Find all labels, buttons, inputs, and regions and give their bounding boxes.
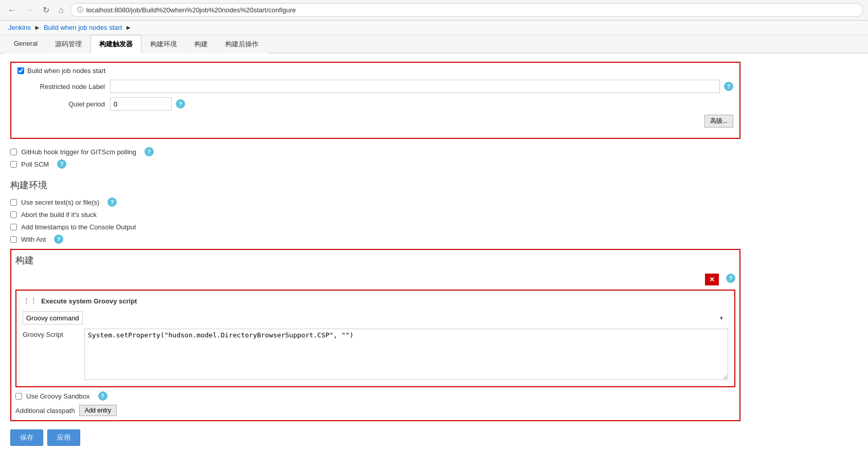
with-ant-checkbox[interactable] [10,236,17,243]
timestamps-checkbox[interactable] [10,224,17,230]
breadcrumb: Jenkins ► Build when job nodes start ► [0,21,868,35]
build-env-section-title: 构建环境 [10,179,740,191]
url-text: localhost:8080/job/Build%20when%20job%20… [86,6,296,14]
quiet-period-group: Quiet period ? [17,97,733,111]
groovy-sandbox-label[interactable]: Use Groovy Sandbox [26,392,90,400]
build-when-nodes-label[interactable]: Build when job nodes start [27,67,105,75]
restricted-node-help[interactable]: ? [724,82,733,91]
build-action-row: ✕ ? [15,274,735,285]
github-hook-group: GitHub hook trigger for GITScm polling ? [10,147,740,156]
add-entry-button[interactable]: Add entry [79,405,117,416]
trigger-checkbox-row: Build when job nodes start [17,67,733,75]
breadcrumb-sep1: ► [34,24,41,31]
restricted-node-input[interactable] [110,80,720,93]
abort-stuck-group: Abort the build if it's stuck ? [10,210,740,219]
groovy-script-textarea[interactable]: System.setProperty("hudson.model.Directo… [84,329,728,380]
drag-handle-icon: ⋮⋮ [23,297,37,305]
address-bar[interactable]: ⓘ localhost:8080/job/Build%20when%20job%… [70,3,863,17]
lock-icon: ⓘ [77,6,83,14]
build-help[interactable]: ? [726,274,735,283]
content-area: Build when job nodes start Restricted no… [0,53,751,454]
abort-stuck-checkbox[interactable] [10,211,17,218]
tab-bar: General 源码管理 构建触发器 构建环境 构建 构建后操作 [0,35,868,53]
main-content: General 源码管理 构建触发器 构建环境 构建 构建后操作 Build w… [0,35,868,468]
advanced-button[interactable]: 高级... [704,115,733,128]
advanced-row: 高级... [17,115,733,128]
tab-general[interactable]: General [5,35,46,53]
tab-env[interactable]: 构建环境 [141,35,186,53]
tab-triggers[interactable]: 构建触发器 [91,35,141,53]
quiet-period-input[interactable] [110,97,172,111]
github-hook-checkbox[interactable] [10,149,17,155]
build-outline: 构建 ✕ ? ⋮⋮ Execute system Groovy script G… [10,249,740,421]
github-hook-label[interactable]: GitHub hook trigger for GITScm polling [21,148,136,156]
with-ant-help[interactable]: ? [54,235,63,244]
back-button[interactable]: ← [5,5,19,16]
poll-scm-help[interactable]: ? [57,159,66,169]
groovy-sandbox-help[interactable]: ? [98,391,107,401]
groovy-command-row: Groovy command [23,311,728,325]
quiet-period-label: Quiet period [17,100,110,108]
groovy-command-select-wrapper: Groovy command [23,311,728,325]
reload-button[interactable]: ↻ [40,4,52,16]
tab-build[interactable]: 构建 [186,35,216,53]
with-ant-label[interactable]: With Ant [21,236,46,243]
groovy-script-row: Groovy Script System.setProperty("hudson… [23,329,728,380]
forward-button[interactable]: → [23,5,36,16]
use-secret-help[interactable]: ? [107,197,117,207]
groovy-command-select[interactable]: Groovy command [23,311,83,325]
delete-button[interactable]: ✕ [705,274,719,285]
apply-button[interactable]: 应用 [47,429,80,446]
breadcrumb-sep2: ► [125,24,132,31]
restricted-node-label: Restricted node Label [17,83,110,91]
quiet-period-help[interactable]: ? [176,99,185,109]
use-secret-checkbox[interactable] [10,199,17,206]
trigger-box: Build when job nodes start Restricted no… [10,62,740,139]
sandbox-row: Use Groovy Sandbox ? [15,391,735,401]
tab-post[interactable]: 构建后操作 [216,35,267,53]
timestamps-group: Add timestamps to the Console Output ? [10,222,740,231]
breadcrumb-jenkins[interactable]: Jenkins [8,24,31,31]
home-button[interactable]: ⌂ [56,5,66,16]
poll-scm-group: Poll SCM ? [10,159,740,169]
poll-scm-label[interactable]: Poll SCM [21,160,49,168]
additional-classpath-label: Additional classpath [15,407,75,415]
bottom-buttons: 保存 应用 [10,429,740,446]
use-secret-label[interactable]: Use secret text(s) or file(s) [21,199,99,206]
abort-stuck-label[interactable]: Abort the build if it's stuck [21,211,97,219]
tab-source[interactable]: 源码管理 [46,35,91,53]
breadcrumb-job[interactable]: Build when job nodes start [44,24,122,31]
groovy-script-label: Groovy Script [23,329,84,338]
restricted-node-group: Restricted node Label ? [17,80,733,93]
groovy-box-title: ⋮⋮ Execute system Groovy script [23,297,728,305]
groovy-box: ⋮⋮ Execute system Groovy script Groovy c… [15,290,735,387]
timestamps-label[interactable]: Add timestamps to the Console Output [21,223,136,231]
use-secret-group: Use secret text(s) or file(s) ? [10,197,740,207]
github-hook-help[interactable]: ? [144,147,154,156]
build-section-title: 构建 [15,252,735,268]
build-when-nodes-checkbox[interactable] [17,67,24,74]
poll-scm-checkbox[interactable] [10,161,17,168]
save-button[interactable]: 保存 [10,429,43,446]
groovy-sandbox-checkbox[interactable] [15,393,22,400]
classpath-row: Additional classpath Add entry [15,405,735,416]
with-ant-group: With Ant ? [10,235,740,244]
browser-chrome: ← → ↻ ⌂ ⓘ localhost:8080/job/Build%20whe… [0,0,868,21]
groovy-box-title-text: Execute system Groovy script [41,297,137,305]
